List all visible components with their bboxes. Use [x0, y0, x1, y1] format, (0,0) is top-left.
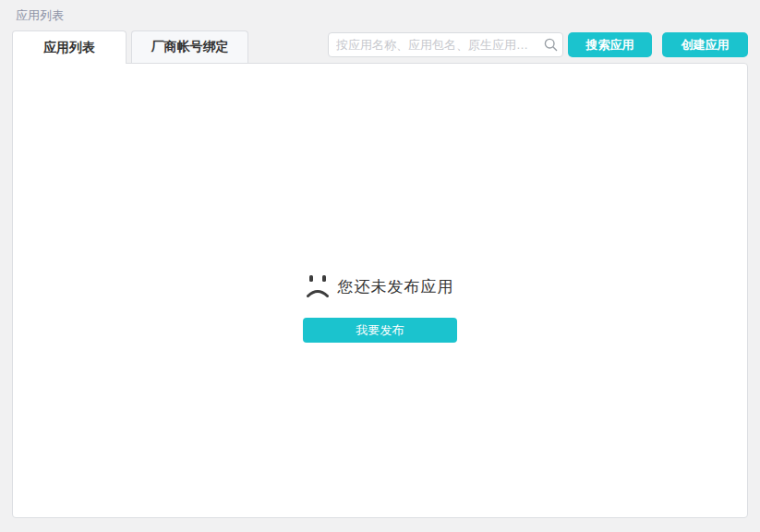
app-management-page: 应用列表 应用列表 厂商帐号绑定 搜索应用 创建应用 [0, 0, 760, 532]
search-icon [544, 38, 558, 52]
tab-app-list[interactable]: 应用列表 [12, 30, 127, 64]
search-app-button[interactable]: 搜索应用 [568, 32, 652, 57]
publish-button[interactable]: 我要发布 [303, 318, 457, 343]
create-app-button[interactable]: 创建应用 [662, 32, 748, 57]
empty-message-row: 您还未发布应用 [307, 274, 454, 299]
tab-bar: 应用列表 厂商帐号绑定 [12, 30, 248, 63]
toolbar: 搜索应用 创建应用 [328, 32, 748, 57]
page-title: 应用列表 [0, 0, 760, 23]
search-box [328, 32, 563, 57]
search-input[interactable] [328, 32, 563, 57]
content-panel: 您还未发布应用 我要发布 [12, 63, 748, 518]
tab-vendor-account-binding[interactable]: 厂商帐号绑定 [131, 30, 248, 63]
header-row: 应用列表 厂商帐号绑定 搜索应用 创建应用 [12, 30, 748, 63]
empty-state: 您还未发布应用 我要发布 [13, 64, 747, 343]
sad-face-icon [307, 274, 329, 299]
empty-message: 您还未发布应用 [338, 276, 454, 297]
